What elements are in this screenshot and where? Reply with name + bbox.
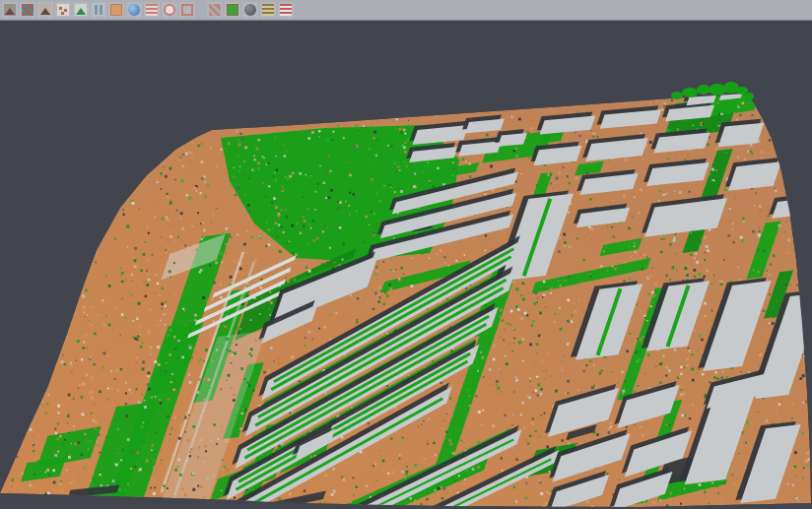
flag-icon[interactable]: [278, 2, 294, 18]
main-toolbar: [0, 0, 812, 21]
contours-icon-glyph: [146, 4, 158, 16]
classify-icon-glyph: [22, 4, 34, 16]
measure-icon-glyph: [262, 4, 274, 16]
dataset-icon[interactable]: [2, 2, 18, 18]
globe-icon[interactable]: [126, 2, 142, 18]
viewport-container: [0, 21, 812, 509]
point-cloud-icon-glyph: [57, 4, 69, 16]
select-region-icon-glyph: [181, 4, 193, 16]
orthophoto-icon-glyph: [110, 4, 122, 16]
grid-icon-glyph: [209, 4, 221, 16]
select-region-icon[interactable]: [179, 2, 195, 18]
grid-icon[interactable]: [207, 2, 223, 18]
point-cloud-icon[interactable]: [55, 2, 71, 18]
classified-cloud-icon[interactable]: [225, 2, 240, 18]
contours-icon[interactable]: [144, 2, 160, 18]
application-window: [0, 0, 812, 509]
tin-surface-icon-glyph: [39, 4, 51, 16]
flag-icon-glyph: [280, 4, 292, 16]
profile-icon-glyph: [93, 4, 104, 16]
profile-icon[interactable]: [91, 2, 106, 18]
tools-icon-glyph: [244, 4, 256, 16]
measure-icon[interactable]: [260, 2, 276, 18]
toolbar-separator: [197, 2, 205, 18]
terrain-icon-glyph: [75, 4, 87, 16]
target-icon[interactable]: [162, 2, 177, 18]
terrain-icon[interactable]: [73, 2, 89, 18]
classify-icon[interactable]: [20, 2, 35, 18]
target-icon-glyph: [164, 4, 175, 16]
tools-icon[interactable]: [242, 2, 258, 18]
terrain-model: [0, 87, 812, 508]
orthophoto-icon[interactable]: [108, 2, 124, 18]
globe-icon-glyph: [128, 4, 140, 16]
classified-cloud-icon-glyph: [227, 4, 238, 16]
viewport-3d[interactable]: [0, 21, 812, 508]
dataset-icon-glyph: [4, 4, 16, 16]
tin-surface-icon[interactable]: [37, 2, 53, 18]
